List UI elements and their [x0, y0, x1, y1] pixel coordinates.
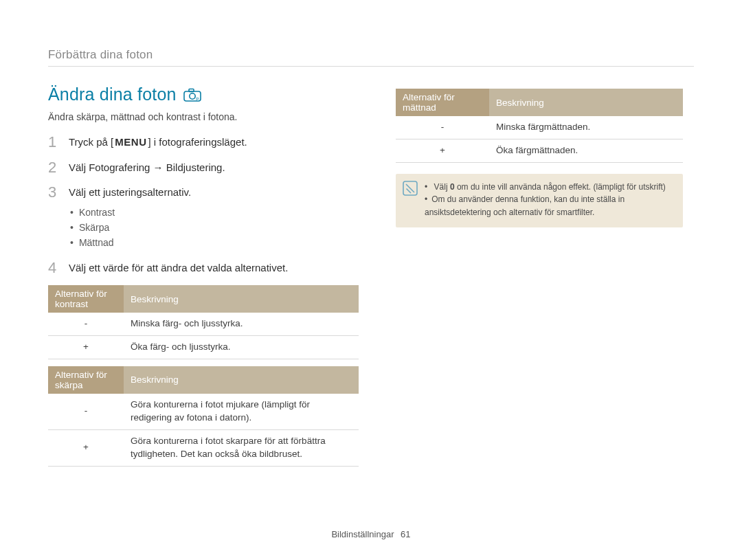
left-column: Ändra dina foton P Ändra skärpa, mättnad…	[48, 85, 359, 473]
cell-option: +	[48, 429, 124, 466]
right-column: Alternativ för mättnad Beskrivning - Min…	[396, 85, 683, 473]
cell-option: +	[48, 336, 124, 359]
cell-option: -	[48, 394, 124, 429]
title-row: Ändra dina foton P	[48, 85, 359, 104]
breadcrumb: Förbättra dina foton	[48, 48, 694, 67]
svg-point-2	[189, 93, 194, 98]
note-item: Välj 0 om du inte vill använda någon eff…	[425, 181, 673, 194]
cell-desc: Göra konturerna i fotot mjukare (lämplig…	[124, 394, 359, 429]
step-number: 2	[48, 160, 59, 176]
bullet-item: Skärpa	[70, 220, 359, 235]
step-text: Välj ett justeringsalternativ.	[69, 186, 191, 198]
step-text-before: Tryck på [	[69, 136, 113, 148]
table-header: Beskrivning	[124, 285, 359, 313]
subtitle: Ändra skärpa, mättnad och kontrast i fot…	[48, 111, 359, 122]
table-row: - Göra konturerna i fotot mjukare (lämpl…	[48, 394, 359, 429]
table-row: + Öka färgmättnaden.	[396, 139, 683, 162]
note-text-before: Välj	[434, 182, 450, 192]
svg-line-6	[407, 188, 412, 193]
bullet-item: Mättnad	[70, 235, 359, 250]
saturation-table: Alternativ för mättnad Beskrivning - Min…	[396, 89, 683, 163]
table-row: + Göra konturerna i fotot skarpare för a…	[48, 429, 359, 466]
cell-option: +	[396, 139, 489, 162]
footer: Bildinställningar 61	[0, 529, 742, 539]
step-2: 2 Välj Fotografering → Bildjustering.	[48, 160, 359, 176]
step-number: 1	[48, 135, 59, 150]
step-text-after: ] i fotograferingsläget.	[148, 136, 247, 148]
note-text-after: om du inte vill använda någon effekt. (l…	[455, 182, 666, 192]
step-body: Välj ett värde för att ändra det valda a…	[69, 260, 359, 276]
table-row: - Minska färgmättnaden.	[396, 116, 683, 139]
contrast-table: Alternativ för kontrast Beskrivning - Mi…	[48, 285, 359, 359]
note-bold: 0	[450, 182, 455, 192]
table-header: Beskrivning	[124, 366, 359, 394]
svg-text:P: P	[196, 96, 199, 101]
step-1: 1 Tryck på [MENU] i fotograferingsläget.	[48, 135, 359, 150]
table-header: Alternativ för skärpa	[48, 366, 124, 394]
table-row: + Öka färg- och ljusstyrka.	[48, 336, 359, 359]
note-list: Välj 0 om du inte vill använda någon eff…	[425, 181, 673, 219]
bullet-item: Kontrast	[70, 205, 359, 220]
sharpness-table: Alternativ för skärpa Beskrivning - Göra…	[48, 366, 359, 467]
table-header: Alternativ för kontrast	[48, 285, 124, 313]
cell-desc: Minska färg- och ljusstyrka.	[124, 313, 359, 335]
bullet-list: Kontrast Skärpa Mättnad	[70, 205, 359, 251]
page-number: 61	[401, 529, 410, 539]
svg-line-5	[406, 184, 414, 192]
menu-label: MENU	[113, 135, 148, 150]
step-number: 4	[48, 260, 59, 276]
step-3: 3 Välj ett justeringsalternativ. Kontras…	[48, 185, 359, 251]
step-number: 3	[48, 185, 59, 251]
cell-option: -	[396, 116, 489, 139]
step-body: Välj Fotografering → Bildjustering.	[69, 160, 359, 176]
cell-desc: Minska färgmättnaden.	[489, 116, 683, 139]
step-4: 4 Välj ett värde för att ändra det valda…	[48, 260, 359, 276]
table-header: Beskrivning	[489, 89, 683, 116]
step-body: Välj ett justeringsalternativ. Kontrast …	[69, 185, 359, 251]
note-box: Välj 0 om du inte vill använda någon eff…	[396, 174, 683, 227]
camera-icon: P	[183, 88, 201, 102]
svg-rect-1	[189, 89, 194, 91]
cell-option: -	[48, 313, 124, 335]
cell-desc: Öka färgmättnaden.	[489, 139, 683, 162]
note-item: Om du använder denna funktion, kan du in…	[425, 193, 673, 219]
table-row: - Minska färg- och ljusstyrka.	[48, 313, 359, 335]
page-title: Ändra dina foton	[48, 85, 177, 104]
table-header: Alternativ för mättnad	[396, 89, 489, 116]
note-icon	[403, 181, 418, 196]
cell-desc: Göra konturerna i fotot skarpare för att…	[124, 429, 359, 466]
content-columns: Ändra dina foton P Ändra skärpa, mättnad…	[48, 85, 694, 473]
cell-desc: Öka färg- och ljusstyrka.	[124, 336, 359, 359]
footer-section: Bildinställningar	[331, 529, 394, 539]
manual-page: Förbättra dina foton Ändra dina foton P …	[0, 0, 742, 560]
step-body: Tryck på [MENU] i fotograferingsläget.	[69, 135, 359, 150]
